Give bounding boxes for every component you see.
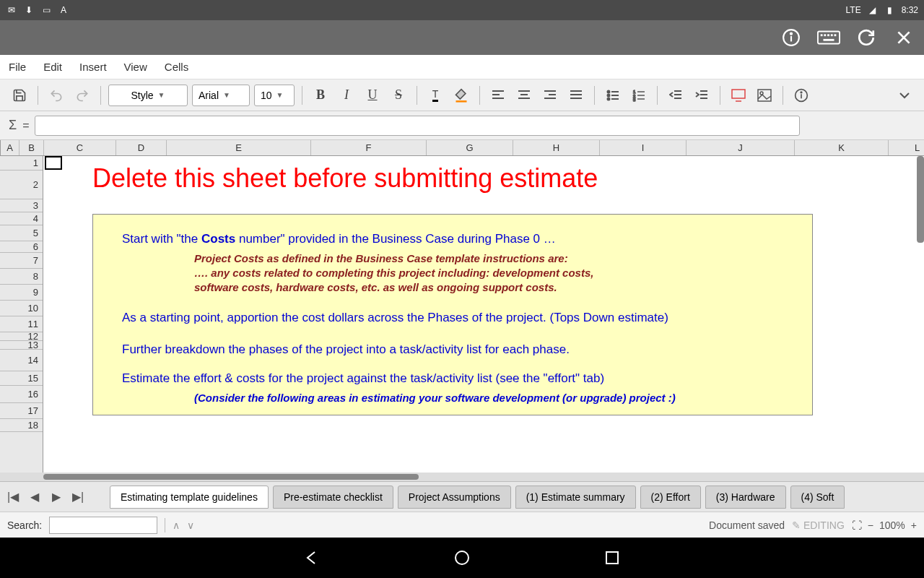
row-header[interactable]: 16 — [0, 386, 43, 403]
size-dropdown[interactable]: 10▼ — [254, 85, 295, 106]
column-header[interactable]: C — [44, 140, 116, 155]
indent-button[interactable] — [691, 85, 712, 106]
image-button[interactable] — [754, 85, 775, 106]
search-input[interactable] — [49, 517, 157, 534]
close-button[interactable] — [892, 26, 915, 49]
presentation-button[interactable] — [728, 85, 749, 106]
row-header[interactable]: 8 — [0, 269, 43, 285]
info-button[interactable] — [780, 26, 803, 49]
text-color-button[interactable]: T — [424, 85, 446, 106]
column-header[interactable]: K — [795, 140, 889, 155]
style-dropdown[interactable]: Style▼ — [108, 85, 188, 106]
back-button[interactable] — [302, 548, 322, 568]
column-header[interactable]: D — [116, 140, 167, 155]
svg-rect-9 — [823, 39, 834, 41]
row-header[interactable]: 7 — [0, 253, 43, 269]
zoom-in-button[interactable]: + — [911, 519, 917, 531]
column-header[interactable]: A — [1, 140, 19, 155]
warning-title: Delete this sheet before submitting esti… — [92, 163, 917, 194]
menu-cells[interactable]: Cells — [165, 61, 188, 73]
keyboard-button[interactable] — [817, 26, 840, 49]
number-list-button[interactable]: 123 — [628, 85, 650, 106]
fill-color-button[interactable] — [450, 85, 472, 106]
column-header[interactable]: B — [19, 140, 44, 155]
column-header[interactable]: F — [311, 140, 427, 155]
align-left-button[interactable] — [487, 85, 509, 106]
menu-insert[interactable]: Insert — [79, 61, 107, 73]
redo-button[interactable] — [71, 85, 93, 106]
column-header[interactable]: J — [687, 140, 795, 155]
bold-button[interactable]: B — [310, 85, 331, 106]
row-header[interactable]: 14 — [0, 350, 43, 371]
instruction-line: Start with "the Costs number" provided i… — [122, 232, 783, 246]
column-header[interactable]: G — [427, 140, 513, 155]
align-center-button[interactable] — [513, 85, 535, 106]
fit-button[interactable]: ⛶ — [852, 519, 862, 531]
font-dropdown[interactable]: Arial▼ — [192, 85, 250, 106]
sheet-tabs-bar: |◀ ◀ ▶ ▶| Estimating template guidelines… — [0, 481, 924, 512]
sheet-tab[interactable]: (3) Hardware — [705, 486, 786, 509]
formula-input[interactable] — [35, 116, 800, 136]
sheet-tab[interactable]: (4) Soft — [790, 486, 845, 509]
search-next-button[interactable]: ∨ — [187, 519, 194, 531]
row-header[interactable]: 2 — [0, 171, 43, 199]
info-icon-button[interactable] — [790, 85, 812, 106]
outdent-button[interactable] — [665, 85, 687, 106]
row-header[interactable]: 3 — [0, 199, 43, 212]
row-header[interactable]: 15 — [0, 371, 43, 386]
vertical-scrollbar[interactable] — [917, 156, 924, 243]
recents-button[interactable] — [602, 548, 622, 568]
next-sheet-button[interactable]: ▶ — [48, 488, 65, 506]
refresh-button[interactable] — [855, 26, 878, 49]
underline-button[interactable]: U — [362, 85, 383, 106]
column-header[interactable]: L — [889, 140, 924, 155]
svg-rect-7 — [831, 34, 833, 36]
align-right-button[interactable] — [539, 85, 561, 106]
sheet-tab[interactable]: (1) Estimate summary — [515, 486, 636, 509]
first-sheet-button[interactable]: |◀ — [4, 488, 22, 506]
strikethrough-button[interactable]: S — [388, 85, 409, 106]
sheet-tab[interactable]: (2) Effort — [640, 486, 701, 509]
row-header[interactable]: 10 — [0, 301, 43, 316]
sheet-tab[interactable]: Pre-estimate checklist — [273, 486, 393, 509]
row-header[interactable]: 5 — [0, 225, 43, 241]
row-header[interactable]: 1 — [0, 156, 43, 171]
menu-view[interactable]: View — [124, 61, 147, 73]
expand-toolbar-button[interactable] — [894, 85, 915, 106]
sheet-tab[interactable]: Project Assumptions — [398, 486, 511, 509]
undo-button[interactable] — [45, 85, 67, 106]
row-header[interactable]: 17 — [0, 403, 43, 419]
save-button[interactable] — [9, 85, 30, 106]
column-header[interactable]: I — [600, 140, 687, 155]
menu-file[interactable]: File — [9, 61, 26, 73]
search-prev-button[interactable]: ∧ — [173, 519, 180, 531]
active-cell-cursor — [45, 156, 62, 170]
row-header[interactable]: 18 — [0, 419, 43, 432]
row-header[interactable]: 11 — [0, 316, 43, 332]
row-header[interactable]: 9 — [0, 285, 43, 301]
last-sheet-button[interactable]: ▶| — [69, 488, 87, 506]
zoom-out-button[interactable]: − — [868, 519, 873, 531]
italic-button[interactable]: I — [336, 85, 357, 106]
android-status-bar: ✉ ⬇ ▭ A LTE ◢ ▮ 8:32 — [0, 0, 924, 20]
app-icon: A — [58, 4, 69, 16]
prev-sheet-button[interactable]: ◀ — [26, 488, 43, 506]
svg-text:3: 3 — [633, 98, 636, 102]
spreadsheet-area[interactable]: ABCDEFGHIJKL 123456789101112131415161718… — [0, 140, 924, 473]
edit-mode-button[interactable]: ✎ EDITING — [792, 519, 845, 531]
sigma-icon[interactable]: Σ — [9, 118, 17, 133]
row-header[interactable]: 13 — [0, 341, 43, 350]
menu-edit[interactable]: Edit — [43, 61, 62, 73]
row-header[interactable]: 4 — [0, 212, 43, 225]
column-header[interactable]: H — [513, 140, 600, 155]
svg-point-27 — [608, 94, 610, 96]
sheet-tab[interactable]: Estimating template guidelines — [110, 486, 269, 509]
bullet-list-button[interactable] — [602, 85, 624, 106]
row-headers: 123456789101112131415161718 — [0, 156, 43, 473]
cells-grid[interactable]: Delete this sheet before submitting esti… — [43, 156, 924, 473]
column-header[interactable]: E — [167, 140, 311, 155]
horizontal-scrollbar[interactable] — [0, 473, 924, 481]
row-header[interactable]: 6 — [0, 241, 43, 253]
align-justify-button[interactable] — [565, 85, 587, 106]
home-button[interactable] — [452, 548, 472, 568]
